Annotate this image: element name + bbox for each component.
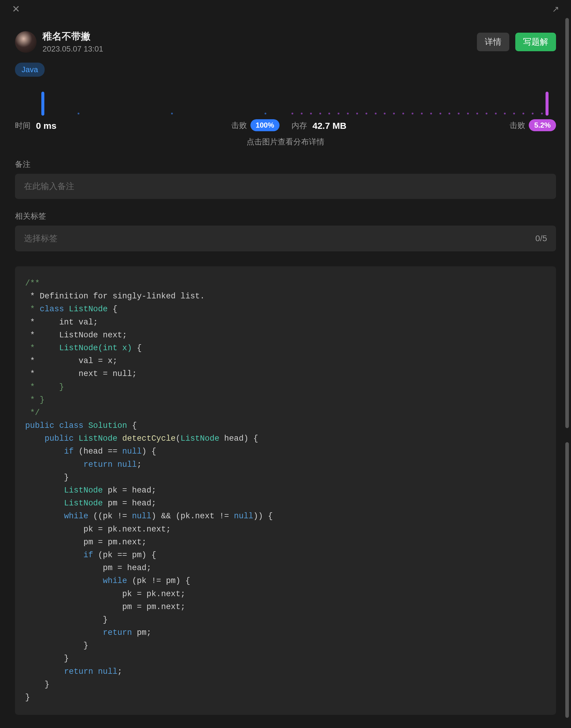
code-t: while — [103, 576, 127, 585]
dot-icon — [356, 113, 358, 114]
dot-icon — [412, 113, 414, 114]
close-icon[interactable]: ✕ — [12, 4, 20, 14]
code-t: { — [132, 344, 141, 353]
code-line: */ — [25, 408, 40, 417]
code-t: ListNode — [69, 305, 108, 314]
scrollbar-track[interactable] — [564, 18, 570, 725]
language-tag[interactable]: Java — [15, 63, 45, 77]
code-t — [25, 460, 83, 469]
dot-icon — [301, 113, 303, 114]
code-line: pk = pk.next.next; — [25, 525, 171, 534]
details-button[interactable]: 详情 — [477, 33, 509, 51]
code-line: pm = pm.next; — [25, 538, 146, 547]
code-line: * val = x; — [25, 357, 117, 365]
code-t: return — [83, 460, 112, 469]
distribution-hint: 点击图片查看分布详情 — [15, 137, 556, 147]
code-t: ) && (pk.next != — [151, 512, 234, 521]
code-line: } — [25, 693, 30, 702]
time-labels: 时间 0 ms 击败 100% — [15, 120, 279, 131]
code-t: (pk != pm) { — [127, 576, 190, 585]
time-value: 0 ms — [36, 121, 56, 131]
memory-bar-icon — [546, 92, 549, 116]
code-line: } — [25, 641, 88, 650]
code-t: ) { — [142, 447, 156, 456]
dot-icon — [448, 113, 450, 114]
code-line: pm = pm.next; — [25, 602, 186, 611]
code-t: class — [59, 421, 83, 430]
time-label: 时间 — [15, 120, 30, 131]
dot-icon — [541, 113, 543, 114]
code-t: { — [127, 421, 137, 430]
dot-icon — [504, 113, 506, 114]
code-t: null — [117, 460, 137, 469]
code-line: pm = head; — [25, 564, 151, 573]
avatar[interactable] — [15, 31, 36, 53]
code-t: null — [122, 447, 142, 456]
dot-icon — [365, 113, 367, 114]
code-t — [25, 486, 64, 495]
notes-input[interactable] — [15, 174, 556, 199]
code-t: (head == — [74, 447, 122, 456]
code-line: } — [25, 473, 69, 482]
code-t: ListNode — [181, 434, 220, 443]
dot-icon — [375, 113, 376, 114]
code-t — [25, 499, 64, 508]
code-t: return — [103, 628, 132, 637]
memory-distribution[interactable]: 内存 42.7 MB 击败 5.2% — [292, 89, 556, 131]
tags-select[interactable]: 选择标签 0/5 — [15, 226, 556, 251]
memory-chart — [292, 89, 556, 116]
dot-icon — [347, 113, 349, 114]
dot-icon — [402, 113, 404, 114]
code-t — [64, 305, 69, 314]
code-t: while — [64, 512, 88, 521]
dot-icon — [328, 113, 330, 114]
code-line: * } — [25, 383, 64, 391]
code-t: ListNode — [64, 499, 103, 508]
code-block[interactable]: /** * Definition for singly-linked list.… — [15, 266, 556, 715]
code-line: } — [25, 615, 108, 624]
beat-label: 击败 — [509, 120, 525, 131]
write-solution-button[interactable]: 写题解 — [515, 33, 556, 51]
memory-labels: 内存 42.7 MB 击败 5.2% — [292, 120, 556, 131]
memory-beat-pill: 5.2% — [529, 119, 556, 131]
dot-icon — [421, 113, 423, 114]
notes-section-label: 备注 — [15, 159, 556, 169]
dot-icon — [486, 113, 487, 114]
distribution-row: 时间 0 ms 击败 100% — [15, 89, 556, 131]
scrollbar-thumb-lower[interactable] — [565, 442, 569, 718]
code-t: (pk == pm) { — [93, 551, 156, 560]
user-block: 稚名不带撇 2023.05.07 13:01 — [15, 30, 103, 53]
memory-value: 42.7 MB — [313, 121, 346, 131]
code-t: pm; — [132, 628, 151, 637]
code-t: ; — [117, 667, 122, 676]
code-line: /** — [25, 279, 40, 288]
code-t: ((pk != — [88, 512, 132, 521]
time-distribution[interactable]: 时间 0 ms 击败 100% — [15, 89, 279, 131]
time-chart — [15, 89, 279, 116]
code-t: public — [25, 421, 54, 430]
scrollbar-thumb-upper[interactable] — [565, 18, 569, 428]
time-dots — [15, 113, 279, 114]
code-t: * — [25, 344, 59, 353]
code-t: { — [108, 305, 117, 314]
tags-count: 0/5 — [535, 234, 547, 243]
dot-icon — [467, 113, 469, 114]
code-t: head) { — [219, 434, 258, 443]
code-t — [25, 512, 64, 521]
dot-icon — [430, 113, 432, 114]
code-t — [74, 434, 79, 443]
code-t: ; — [137, 460, 142, 469]
submission-datetime: 2023.05.07 13:01 — [42, 44, 103, 53]
user-name[interactable]: 稚名不带撇 — [42, 30, 103, 43]
code-t: null — [234, 512, 253, 521]
code-t: ListNode — [79, 434, 117, 443]
code-t — [25, 576, 103, 585]
dot-icon — [458, 113, 460, 114]
code-line: * int val; — [25, 318, 98, 327]
code-line: * next = null; — [25, 369, 137, 378]
code-t: detectCycle — [122, 434, 176, 443]
code-t — [25, 434, 45, 443]
open-external-icon[interactable]: ↗ — [552, 4, 559, 14]
code-t: class — [40, 305, 64, 314]
tags-placeholder: 选择标签 — [24, 233, 58, 244]
